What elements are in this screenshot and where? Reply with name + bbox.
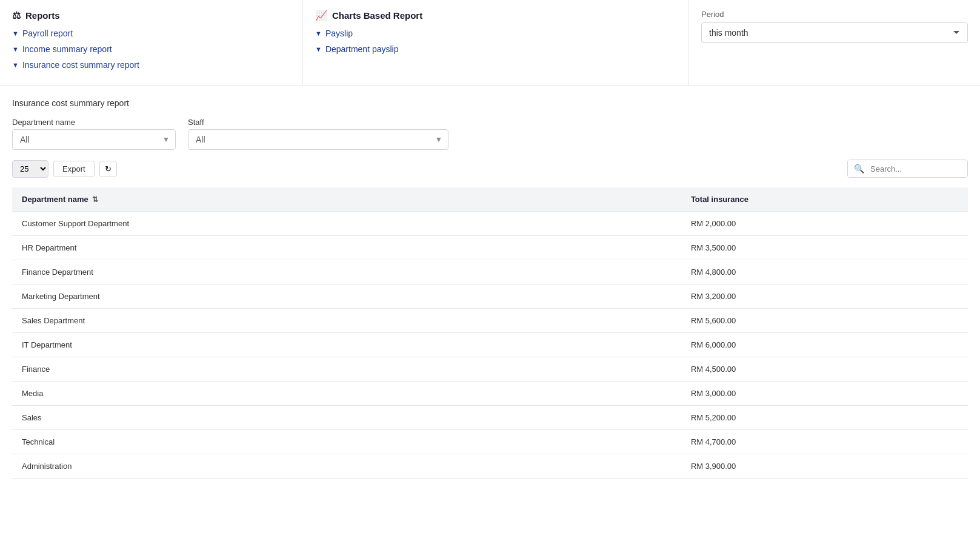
search-wrapper: 🔍 xyxy=(847,160,968,178)
dept-column-header: Department name ⇅ xyxy=(12,187,681,212)
insurance-cell: RM 3,900.00 xyxy=(681,454,968,479)
refresh-button[interactable]: ↻ xyxy=(99,161,117,177)
insurance-cell: RM 3,500.00 xyxy=(681,236,968,260)
income-summary-report-link[interactable]: ▼ Income summary report xyxy=(12,44,290,54)
table-row: HR DepartmentRM 3,500.00 xyxy=(12,236,968,260)
staff-filter-group: Staff All ▼ xyxy=(188,118,448,150)
charts-panel-title: 📈 Charts Based Report xyxy=(315,10,676,21)
chevron-down-icon: ▼ xyxy=(12,30,19,37)
period-label: Period xyxy=(701,10,968,19)
reports-icon: ⚖ xyxy=(12,10,21,21)
table-row: MediaRM 3,000.00 xyxy=(12,382,968,406)
dept-cell: Finance Department xyxy=(12,260,681,284)
dept-cell: Administration xyxy=(12,454,681,479)
insurance-cell: RM 4,700.00 xyxy=(681,430,968,454)
department-filter-group: Department name All ▼ xyxy=(12,118,176,150)
table-row: Finance DepartmentRM 4,800.00 xyxy=(12,260,968,284)
payslip-link[interactable]: ▼ Payslip xyxy=(315,29,676,38)
table-row: TechnicalRM 4,700.00 xyxy=(12,430,968,454)
insurance-cost-summary-report-link[interactable]: ▼ Insurance cost summary report xyxy=(12,60,290,70)
page-size-select[interactable]: 10 25 50 100 xyxy=(12,160,48,178)
dept-cell: Sales Department xyxy=(12,309,681,333)
insurance-cell: RM 3,200.00 xyxy=(681,284,968,309)
table-row: Customer Support DepartmentRM 2,000.00 xyxy=(12,212,968,236)
chevron-down-icon: ▼ xyxy=(12,45,19,53)
toolbar: 10 25 50 100 Export ↻ 🔍 xyxy=(12,160,968,178)
chevron-down-icon: ▼ xyxy=(12,61,19,69)
insurance-cell: RM 2,000.00 xyxy=(681,212,968,236)
department-select-wrapper: All ▼ xyxy=(12,129,176,150)
dept-cell: Customer Support Department xyxy=(12,212,681,236)
insurance-column-header: Total insurance xyxy=(681,187,968,212)
department-payslip-link[interactable]: ▼ Department payslip xyxy=(315,44,676,54)
report-section-title: Insurance cost summary report xyxy=(12,98,968,108)
dept-cell: Marketing Department xyxy=(12,284,681,309)
period-panel: Period this month last month this year xyxy=(689,0,980,86)
dept-cell: HR Department xyxy=(12,236,681,260)
table-row: Marketing DepartmentRM 3,200.00 xyxy=(12,284,968,309)
sort-icon[interactable]: ⇅ xyxy=(92,195,98,204)
table-header-row: Department name ⇅ Total insurance xyxy=(12,187,968,212)
table-row: Sales DepartmentRM 5,600.00 xyxy=(12,309,968,333)
department-filter-label: Department name xyxy=(12,118,176,127)
refresh-icon: ↻ xyxy=(105,164,112,173)
reports-panel-title: ⚖ Reports xyxy=(12,10,290,21)
dept-cell: IT Department xyxy=(12,333,681,357)
dept-cell: Sales xyxy=(12,406,681,430)
chart-icon: 📈 xyxy=(315,10,327,21)
insurance-cell: RM 6,000.00 xyxy=(681,333,968,357)
dept-cell: Finance xyxy=(12,357,681,382)
reports-panel: ⚖ Reports ▼ Payroll report ▼ Income summ… xyxy=(0,0,303,86)
insurance-cell: RM 4,500.00 xyxy=(681,357,968,382)
chevron-down-icon: ▼ xyxy=(315,45,322,53)
main-content: Insurance cost summary report Department… xyxy=(0,86,980,491)
table-body: Customer Support DepartmentRM 2,000.00HR… xyxy=(12,212,968,479)
insurance-cell: RM 5,600.00 xyxy=(681,309,968,333)
search-icon: 🔍 xyxy=(854,164,864,173)
staff-select-wrapper: All ▼ xyxy=(188,129,448,150)
table-row: IT DepartmentRM 6,000.00 xyxy=(12,333,968,357)
table-row: SalesRM 5,200.00 xyxy=(12,406,968,430)
top-navigation: ⚖ Reports ▼ Payroll report ▼ Income summ… xyxy=(0,0,980,86)
search-input[interactable] xyxy=(870,161,967,177)
payroll-report-link[interactable]: ▼ Payroll report xyxy=(12,29,290,38)
chevron-down-icon: ▼ xyxy=(315,30,322,37)
staff-filter-label: Staff xyxy=(188,118,448,127)
export-button[interactable]: Export xyxy=(53,161,95,177)
insurance-cell: RM 3,000.00 xyxy=(681,382,968,406)
dept-cell: Media xyxy=(12,382,681,406)
staff-select[interactable]: All xyxy=(188,129,448,150)
insurance-table: Department name ⇅ Total insurance Custom… xyxy=(12,187,968,479)
department-select[interactable]: All xyxy=(12,129,176,150)
period-select[interactable]: this month last month this year xyxy=(701,22,968,43)
insurance-cell: RM 5,200.00 xyxy=(681,406,968,430)
insurance-cell: RM 4,800.00 xyxy=(681,260,968,284)
table-row: FinanceRM 4,500.00 xyxy=(12,357,968,382)
filters-row: Department name All ▼ Staff All ▼ xyxy=(12,118,968,150)
search-button[interactable]: 🔍 xyxy=(848,160,870,177)
dept-cell: Technical xyxy=(12,430,681,454)
table-row: AdministrationRM 3,900.00 xyxy=(12,454,968,479)
charts-panel: 📈 Charts Based Report ▼ Payslip ▼ Depart… xyxy=(303,0,689,86)
